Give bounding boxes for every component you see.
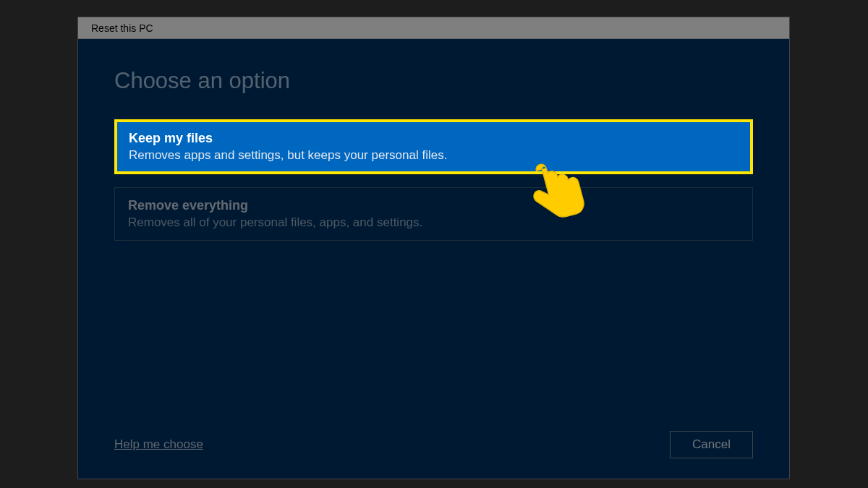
dialog-footer: Help me choose Cancel [114,431,753,458]
reset-pc-dialog: Reset this PC Choose an option Keep my f… [77,17,790,479]
dialog-title-bar: Reset this PC [78,17,789,39]
option-remove-everything[interactable]: Remove everything Removes all of your pe… [114,187,753,241]
option-keep-files[interactable]: Keep my files Removes apps and settings,… [114,119,753,174]
option-description: Removes apps and settings, but keeps you… [129,148,739,163]
dialog-title: Reset this PC [91,22,153,34]
help-link[interactable]: Help me choose [114,437,203,452]
cancel-button[interactable]: Cancel [670,431,753,458]
dialog-body: Choose an option Keep my files Removes a… [78,39,789,479]
option-description: Removes all of your personal files, apps… [128,215,739,230]
option-title: Keep my files [129,131,739,146]
dialog-heading: Choose an option [114,68,753,94]
option-title: Remove everything [128,198,739,213]
